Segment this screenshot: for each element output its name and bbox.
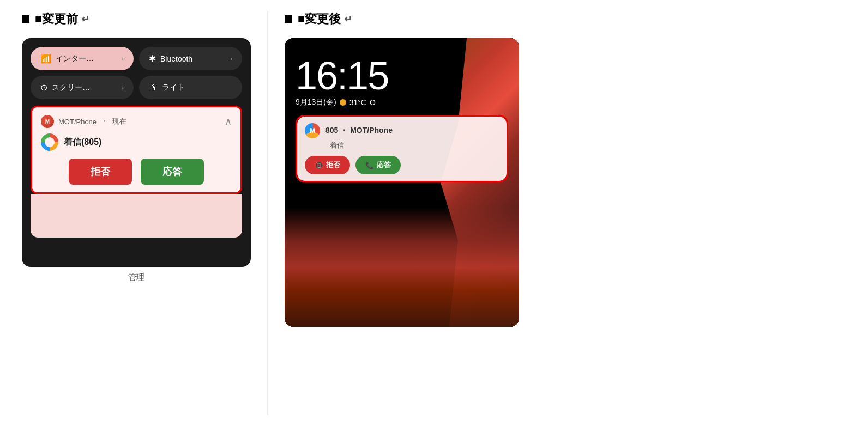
lock-notif-actions: 📵 拒否 📞 応答 xyxy=(305,156,499,174)
reject-button-left[interactable]: 拒否 xyxy=(69,159,132,185)
lock-answer-button[interactable]: 📞 応答 xyxy=(355,156,401,174)
tile-screen[interactable]: ⊙ スクリー… › xyxy=(31,76,134,99)
bluetooth-icon: ✱ xyxy=(149,53,156,64)
lock-notif-wrapper: 805 ・ MOT/Phone 着信 📵 拒否 📞 xyxy=(296,115,508,182)
lock-reject-button[interactable]: 📵 拒否 xyxy=(305,156,350,174)
tile-inter-label: インター… xyxy=(56,54,94,64)
notif-chevron-left[interactable]: ∧ xyxy=(225,115,232,127)
lock-answer-label: 応答 xyxy=(377,160,391,170)
notif-time-left: 現在 xyxy=(112,117,126,126)
square-icon-left xyxy=(22,15,29,23)
notif-app-name-left: MOT/Phone xyxy=(58,118,97,126)
notification-card-wrapper-left: M MOT/Phone ・ 現在 ∧ 着信(805) 拒否 応答 xyxy=(31,106,242,194)
phone-answer-icon: 📞 xyxy=(365,161,374,169)
lock-notif-title: 805 ・ MOT/Phone xyxy=(326,126,393,136)
lock-notif-subtitle: 着信 xyxy=(330,141,499,150)
lock-time: 16:15 xyxy=(296,54,508,98)
notif-title-left: 着信(805) xyxy=(64,137,101,148)
tile-light[interactable]: 🕯 ライト xyxy=(139,76,242,99)
lock-notif-title-block: 805 ・ MOT/Phone xyxy=(326,126,393,136)
notif-actions-left: 拒否 応答 xyxy=(41,159,232,185)
lock-notif-dot: ・ xyxy=(340,126,348,135)
section-divider xyxy=(267,11,268,415)
mot-icon-right xyxy=(305,123,320,138)
tile-inter-arrow: › xyxy=(122,55,124,63)
left-section: ■変更前 ↵ 📶 インター… › ✱ Bluetooth › ⊙ スクリー… › xyxy=(22,11,251,283)
lock-dnd: Θ xyxy=(370,98,376,107)
tile-light-label: ライト xyxy=(162,83,185,93)
calling-icon-left xyxy=(41,133,58,151)
inter-icon: 📶 xyxy=(40,53,51,64)
quick-tiles: 📶 インター… › ✱ Bluetooth › ⊙ スクリー… › 🕯 ライト xyxy=(31,47,242,99)
lock-reject-label: 拒否 xyxy=(326,160,340,170)
app-icon-left: M xyxy=(41,115,54,128)
tile-screen-label: スクリー… xyxy=(52,83,90,93)
phone-mockup-left: 📶 インター… › ✱ Bluetooth › ⊙ スクリー… › 🕯 ライト xyxy=(22,38,251,267)
tile-bluetooth[interactable]: ✱ Bluetooth › xyxy=(139,47,242,70)
right-section: ■変更後 ↵ 16:15 9月13日(金) 31°C Θ xyxy=(285,11,519,327)
lock-app-name: MOT/Phone xyxy=(350,126,393,135)
light-icon: 🕯 xyxy=(149,83,158,93)
tile-screen-arrow: › xyxy=(122,84,124,92)
lock-date-weather: 9月13日(金) 31°C Θ xyxy=(296,98,508,107)
right-return-arrow: ↵ xyxy=(344,13,352,25)
left-section-title: ■変更前 ↵ xyxy=(22,11,251,27)
phone-mockup-right: 16:15 9月13日(金) 31°C Θ 805 ・ xyxy=(285,38,519,327)
tile-bluetooth-label: Bluetooth xyxy=(160,54,192,63)
lock-date: 9月13日(金) xyxy=(296,98,336,107)
right-section-title: ■変更後 ↵ xyxy=(285,11,519,27)
lock-screen-content: 16:15 9月13日(金) 31°C Θ 805 ・ xyxy=(285,38,519,327)
notif-header-left: M MOT/Phone ・ 現在 ∧ xyxy=(41,115,232,128)
weather-icon xyxy=(340,99,346,106)
lock-notif-header: 805 ・ MOT/Phone xyxy=(305,123,499,138)
notif-dot-left: ・ xyxy=(101,117,108,126)
kanri-label: 管理 xyxy=(22,272,251,283)
answer-button-left[interactable]: 応答 xyxy=(141,159,204,185)
left-title-text: ■変更前 xyxy=(35,11,78,27)
lock-notif-card: 805 ・ MOT/Phone 着信 📵 拒否 📞 xyxy=(297,117,507,181)
tile-inter[interactable]: 📶 インター… › xyxy=(31,47,134,70)
pink-bottom-area xyxy=(31,194,242,238)
square-icon-right xyxy=(285,15,292,23)
lock-temperature: 31°C xyxy=(349,98,366,107)
notif-app-info-left: M MOT/Phone ・ 現在 xyxy=(41,115,126,128)
notif-body-left: 着信(805) xyxy=(41,133,232,151)
screen-icon: ⊙ xyxy=(40,82,47,93)
tile-bluetooth-arrow: › xyxy=(230,55,232,63)
lock-caller-id: 805 xyxy=(326,126,338,135)
notification-card-left: M MOT/Phone ・ 現在 ∧ 着信(805) 拒否 応答 xyxy=(32,107,240,192)
phone-reject-icon: 📵 xyxy=(315,161,323,169)
left-return-arrow: ↵ xyxy=(81,13,89,25)
right-title-text: ■変更後 xyxy=(298,11,341,27)
